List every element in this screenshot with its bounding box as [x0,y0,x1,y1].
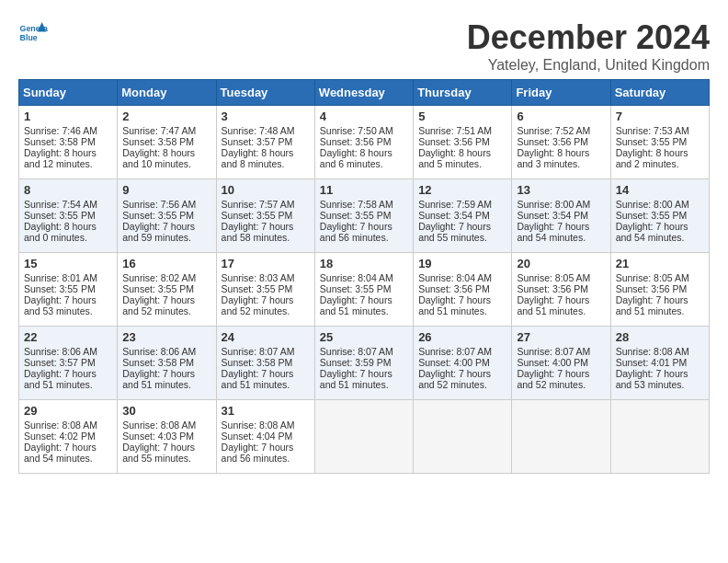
day-info: Sunrise: 7:46 AMSunset: 3:58 PMDaylight:… [24,125,97,169]
calendar-cell: 13Sunrise: 8:00 AMSunset: 3:54 PMDayligh… [512,179,610,253]
day-info: Sunrise: 8:00 AMSunset: 3:55 PMDaylight:… [616,199,689,243]
day-info: Sunrise: 7:58 AMSunset: 3:55 PMDaylight:… [320,199,393,243]
day-info: Sunrise: 8:08 AMSunset: 4:01 PMDaylight:… [616,346,689,390]
calendar-cell: 9Sunrise: 7:56 AMSunset: 3:55 PMDaylight… [118,179,216,253]
day-info: Sunrise: 8:08 AMSunset: 4:04 PMDaylight:… [222,419,295,464]
day-number: 6 [517,109,605,123]
day-number: 20 [517,257,605,270]
calendar-cell: 26Sunrise: 8:07 AMSunset: 4:00 PMDayligh… [414,327,512,400]
calendar-cell: 23Sunrise: 8:06 AMSunset: 3:58 PMDayligh… [118,327,216,400]
day-info: Sunrise: 8:05 AMSunset: 3:56 PMDaylight:… [616,272,689,316]
day-info: Sunrise: 8:00 AMSunset: 3:54 PMDaylight:… [517,199,590,243]
day-number: 7 [616,109,704,123]
calendar-cell: 10Sunrise: 7:57 AMSunset: 3:55 PMDayligh… [216,179,314,253]
day-number: 17 [222,257,310,270]
calendar-cell [314,400,413,474]
day-info: Sunrise: 8:07 AMSunset: 4:00 PMDaylight:… [517,346,590,390]
col-header-monday: Monday [118,80,216,106]
day-info: Sunrise: 8:06 AMSunset: 3:57 PMDaylight:… [24,346,97,390]
week-row-1: 1Sunrise: 7:46 AMSunset: 3:58 PMDaylight… [19,106,710,179]
calendar-cell: 24Sunrise: 8:07 AMSunset: 3:58 PMDayligh… [216,327,314,400]
calendar-cell: 7Sunrise: 7:53 AMSunset: 3:55 PMDaylight… [610,106,709,179]
day-number: 15 [24,257,112,270]
day-info: Sunrise: 8:08 AMSunset: 4:02 PMDaylight:… [24,419,97,464]
calendar-cell: 3Sunrise: 7:48 AMSunset: 3:57 PMDaylight… [216,106,314,179]
day-number: 9 [122,183,210,197]
day-number: 10 [222,183,310,197]
day-info: Sunrise: 7:57 AMSunset: 3:55 PMDaylight:… [222,199,295,243]
calendar-cell: 28Sunrise: 8:08 AMSunset: 4:01 PMDayligh… [610,327,709,400]
day-number: 21 [616,257,704,270]
calendar-cell: 19Sunrise: 8:04 AMSunset: 3:56 PMDayligh… [414,253,512,327]
day-number: 14 [616,183,704,197]
day-number: 24 [222,330,310,344]
calendar-cell: 5Sunrise: 7:51 AMSunset: 3:56 PMDaylight… [414,106,512,179]
day-number: 8 [24,183,112,197]
day-info: Sunrise: 7:54 AMSunset: 3:55 PMDaylight:… [24,199,97,243]
day-number: 5 [418,109,506,123]
day-number: 29 [24,404,112,418]
day-info: Sunrise: 7:56 AMSunset: 3:55 PMDaylight:… [122,199,196,243]
week-row-2: 8Sunrise: 7:54 AMSunset: 3:55 PMDaylight… [19,179,710,253]
col-header-friday: Friday [512,80,610,106]
calendar-cell: 12Sunrise: 7:59 AMSunset: 3:54 PMDayligh… [414,179,512,253]
day-number: 26 [418,330,506,344]
day-info: Sunrise: 8:03 AMSunset: 3:55 PMDaylight:… [222,272,295,316]
day-number: 3 [222,109,310,123]
calendar-cell [414,400,512,474]
calendar-cell [610,400,709,474]
col-header-wednesday: Wednesday [314,80,413,106]
day-info: Sunrise: 8:06 AMSunset: 3:58 PMDaylight:… [122,346,196,390]
calendar-cell: 6Sunrise: 7:52 AMSunset: 3:56 PMDaylight… [512,106,610,179]
day-info: Sunrise: 8:07 AMSunset: 4:00 PMDaylight:… [418,346,492,390]
week-row-5: 29Sunrise: 8:08 AMSunset: 4:02 PMDayligh… [19,400,710,474]
location: Yateley, England, United Kingdom [467,57,710,74]
day-info: Sunrise: 8:02 AMSunset: 3:55 PMDaylight:… [122,272,196,316]
day-number: 11 [320,183,408,197]
calendar-cell: 18Sunrise: 8:04 AMSunset: 3:55 PMDayligh… [314,253,413,327]
day-number: 12 [418,183,506,197]
calendar-cell: 2Sunrise: 7:47 AMSunset: 3:58 PMDaylight… [118,106,216,179]
day-info: Sunrise: 8:04 AMSunset: 3:55 PMDaylight:… [320,272,393,316]
calendar-cell: 11Sunrise: 7:58 AMSunset: 3:55 PMDayligh… [314,179,413,253]
day-number: 27 [517,330,605,344]
day-info: Sunrise: 8:04 AMSunset: 3:56 PMDaylight:… [418,272,492,316]
calendar-cell: 31Sunrise: 8:08 AMSunset: 4:04 PMDayligh… [216,400,314,474]
day-info: Sunrise: 7:59 AMSunset: 3:54 PMDaylight:… [418,199,492,243]
calendar-cell: 15Sunrise: 8:01 AMSunset: 3:55 PMDayligh… [19,253,118,327]
day-info: Sunrise: 7:50 AMSunset: 3:56 PMDaylight:… [320,125,393,169]
day-info: Sunrise: 7:51 AMSunset: 3:56 PMDaylight:… [418,125,492,169]
col-header-thursday: Thursday [414,80,512,106]
col-header-saturday: Saturday [610,80,709,106]
month-title: December 2024 [467,18,710,57]
day-number: 28 [616,330,704,344]
day-number: 13 [517,183,605,197]
calendar-cell: 8Sunrise: 7:54 AMSunset: 3:55 PMDaylight… [19,179,118,253]
logo: General Blue [18,18,48,48]
day-info: Sunrise: 7:48 AMSunset: 3:57 PMDaylight:… [222,125,295,169]
day-number: 1 [24,109,112,123]
day-info: Sunrise: 7:53 AMSunset: 3:55 PMDaylight:… [616,125,689,169]
day-info: Sunrise: 7:47 AMSunset: 3:58 PMDaylight:… [122,125,196,169]
calendar-cell: 4Sunrise: 7:50 AMSunset: 3:56 PMDaylight… [314,106,413,179]
calendar-cell: 17Sunrise: 8:03 AMSunset: 3:55 PMDayligh… [216,253,314,327]
day-number: 18 [320,257,408,270]
title-area: December 2024 Yateley, England, United K… [467,18,710,74]
calendar-cell [512,400,610,474]
day-number: 23 [122,330,210,344]
calendar-cell: 25Sunrise: 8:07 AMSunset: 3:59 PMDayligh… [314,327,413,400]
header-row: SundayMondayTuesdayWednesdayThursdayFrid… [19,80,710,106]
day-number: 31 [222,404,310,418]
calendar-cell: 22Sunrise: 8:06 AMSunset: 3:57 PMDayligh… [19,327,118,400]
calendar-cell: 20Sunrise: 8:05 AMSunset: 3:56 PMDayligh… [512,253,610,327]
day-info: Sunrise: 7:52 AMSunset: 3:56 PMDaylight:… [517,125,590,169]
day-number: 22 [24,330,112,344]
day-number: 25 [320,330,408,344]
week-row-3: 15Sunrise: 8:01 AMSunset: 3:55 PMDayligh… [19,253,710,327]
header: General Blue December 2024 Yateley, Engl… [18,18,710,74]
day-number: 16 [122,257,210,270]
day-number: 30 [122,404,210,418]
calendar-cell: 14Sunrise: 8:00 AMSunset: 3:55 PMDayligh… [610,179,709,253]
day-info: Sunrise: 8:07 AMSunset: 3:58 PMDaylight:… [222,346,295,390]
day-number: 4 [320,109,408,123]
